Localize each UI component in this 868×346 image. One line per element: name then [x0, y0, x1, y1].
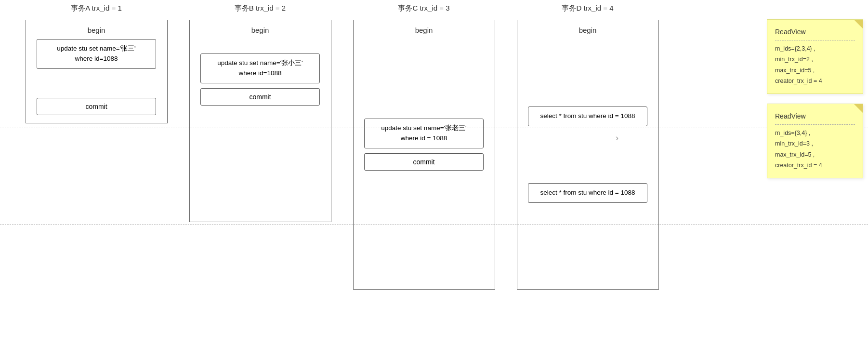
readview-1-line1: m_ids={2,3,4} , [775, 43, 855, 54]
col-b-commit: commit [200, 88, 320, 106]
col-d-box: begin select * from stu where id = 1088 … [517, 20, 659, 290]
readview-2-line3: max_trx_id=5 , [775, 149, 855, 160]
readview-1-divider [775, 40, 855, 40]
readview-1: ReadView m_ids={2,3,4} , min_trx_id=2 , … [767, 19, 863, 94]
readview-1-line2: min_trx_id=2 , [775, 54, 855, 65]
readview-1-line3: max_trx_id=5 , [775, 65, 855, 76]
col-c-sql1: update stu set name='张老三'where id = 1088 [364, 119, 484, 148]
dashed-line-2 [0, 224, 868, 225]
readview-2-divider [775, 124, 855, 125]
col-b-title: 事务B trx_id = 2 [235, 4, 286, 13]
col-b-sql1: update stu set name='张小三'where id=1088 [200, 53, 320, 83]
transaction-col-c: 事务C trx_id = 3 begin update stu set name… [342, 4, 506, 290]
col-b-box: begin update stu set name='张小三'where id=… [189, 20, 331, 222]
transaction-col-a: 事务A trx_id = 1 begin update stu set name… [14, 4, 178, 290]
readview-2-body: m_ids={3,4} , min_trx_id=3 , max_trx_id=… [775, 128, 855, 171]
col-c-title: 事务C trx_id = 3 [398, 4, 449, 13]
col-a-begin: begin [88, 26, 105, 34]
col-d-begin: begin [579, 26, 597, 34]
col-c-begin: begin [415, 26, 433, 34]
col-c-commit: commit [364, 153, 484, 171]
col-a-title: 事务A trx_id = 1 [71, 4, 121, 13]
readview-2-line1: m_ids={3,4} , [775, 128, 855, 139]
dashed-line-1 [0, 128, 868, 128]
col-b-begin: begin [251, 26, 269, 34]
cursor-indicator: › [616, 133, 618, 143]
readview-2: ReadView m_ids={3,4} , min_trx_id=3 , ma… [767, 104, 863, 178]
readview-1-body: m_ids={2,3,4} , min_trx_id=2 , max_trx_i… [775, 43, 855, 87]
readviews-area: ReadView m_ids={2,3,4} , min_trx_id=2 , … [767, 19, 863, 178]
col-c-box: begin update stu set name='张老三'where id … [353, 20, 495, 290]
page-wrapper: 事务A trx_id = 1 begin update stu set name… [0, 0, 868, 346]
readview-2-title: ReadView [775, 111, 855, 122]
col-a-sql1: update stu set name='张三'where id=1088 [37, 39, 156, 69]
transaction-col-d: 事务D trx_id = 4 begin select * from stu w… [506, 4, 670, 290]
readview-2-line4: creator_trx_id = 4 [775, 160, 855, 171]
readview-1-line4: creator_trx_id = 4 [775, 76, 855, 87]
col-d-select2: select * from stu where id = 1088 [528, 183, 647, 203]
col-a-commit: commit [37, 98, 156, 115]
col-d-select1: select * from stu where id = 1088 [528, 106, 647, 126]
col-a-box: begin update stu set name='张三'where id=1… [26, 20, 168, 123]
col-d-title: 事务D trx_id = 4 [562, 4, 613, 13]
readview-2-line2: min_trx_id=3 , [775, 138, 855, 149]
transaction-col-b: 事务B trx_id = 2 begin update stu set name… [178, 4, 342, 290]
readview-1-title: ReadView [775, 27, 855, 38]
